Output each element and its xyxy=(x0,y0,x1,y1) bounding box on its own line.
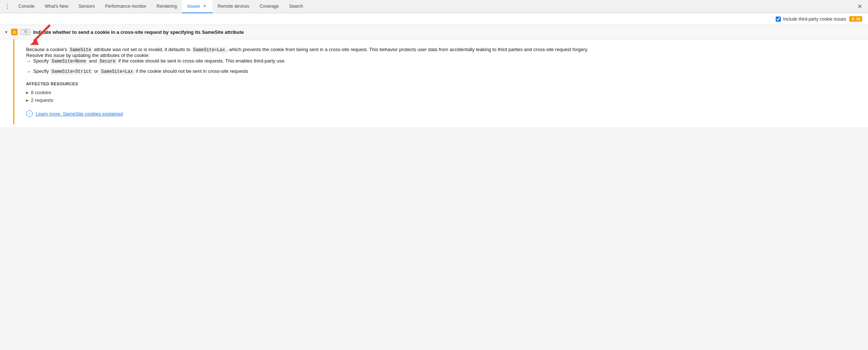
tab-coverage[interactable]: Coverage xyxy=(255,0,284,13)
close-devtools-button[interactable]: ✕ xyxy=(853,3,867,10)
tab-search[interactable]: Search xyxy=(284,0,308,13)
issue-detail-container: Because a cookie's SameSite attribute wa… xyxy=(0,39,868,124)
issue-warning-icon: ⚠ xyxy=(11,29,18,35)
tab-whats-new[interactable]: What's New xyxy=(40,0,74,13)
arrow-symbol-1: → xyxy=(26,58,31,64)
tab-sensors[interactable]: Sensors xyxy=(74,0,100,13)
third-party-cookie-checkbox-label[interactable]: Include third-party cookie issues xyxy=(776,17,846,22)
triangle-icon-requests: ▶ xyxy=(26,99,29,102)
issue-point-1: → Specify SameSite=None and Secure if th… xyxy=(26,58,856,64)
tab-console[interactable]: Console xyxy=(13,0,40,13)
warning-icon: ⚠ xyxy=(851,17,855,21)
resource-requests-label: 2 requests xyxy=(31,97,53,103)
resource-cookies-label: 8 cookies xyxy=(31,90,51,95)
issue-section: ▼ ⚠ 70 Indicate whether to send a cookie… xyxy=(0,25,868,127)
issue-description-paragraph1: Because a cookie's SameSite attribute wa… xyxy=(26,47,856,53)
tab-issues[interactable]: Issues ✕ xyxy=(182,0,213,13)
tab-remote-devices[interactable]: Remote devices xyxy=(213,0,255,13)
triangle-icon-cookies: ▶ xyxy=(26,91,29,94)
tab-bar: ⋮ Console What's New Sensors Performance… xyxy=(0,0,868,13)
close-tab-issues[interactable]: ✕ xyxy=(202,4,207,9)
tab-rendering[interactable]: Rendering xyxy=(152,0,182,13)
warning-count-badge: ⚠ 70 xyxy=(849,16,862,22)
issue-point-2: → Specify SameSite=Strict or SameSite=La… xyxy=(26,68,856,74)
issue-description-paragraph2: Resolve this issue by updating the attri… xyxy=(26,53,856,58)
issue-title: Indicate whether to send a cookie in a c… xyxy=(33,29,244,35)
learn-more-link[interactable]: Learn more: SameSite cookies explained xyxy=(36,111,123,117)
more-tabs-button[interactable]: ⋮ xyxy=(1,3,13,10)
affected-resources-section: AFFECTED RESOURCES ▶ 8 cookies ▶ 2 reque… xyxy=(26,82,856,103)
affected-resources-title: AFFECTED RESOURCES xyxy=(26,82,856,86)
issue-count-badge: 70 xyxy=(21,29,30,35)
resource-cookies[interactable]: ▶ 8 cookies xyxy=(26,90,856,95)
third-party-cookie-checkbox[interactable] xyxy=(776,17,781,22)
issue-header-row[interactable]: ▼ ⚠ 70 Indicate whether to send a cookie… xyxy=(0,25,868,39)
chevron-down-icon: ▼ xyxy=(4,30,8,34)
learn-more-icon: → xyxy=(26,110,33,117)
issue-detail-content: Because a cookie's SameSite attribute wa… xyxy=(14,39,868,124)
arrow-symbol-2: → xyxy=(26,69,31,74)
tab-performance-monitor[interactable]: Performance monitor xyxy=(100,0,152,13)
learn-more-section: → Learn more: SameSite cookies explained xyxy=(26,110,856,117)
issues-header: Include third-party cookie issues ⚠ 70 xyxy=(0,13,868,25)
resource-requests[interactable]: ▶ 2 requests xyxy=(26,97,856,103)
